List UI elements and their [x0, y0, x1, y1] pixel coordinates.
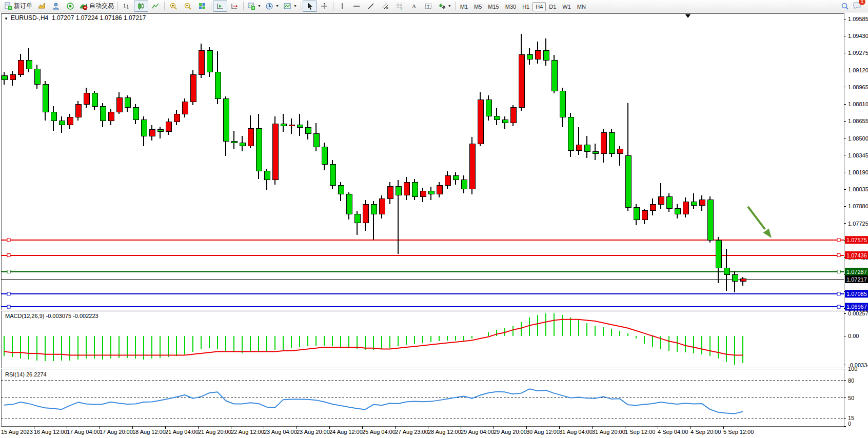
signals-icon: [66, 2, 74, 10]
time-label: 30 Aug 12:00: [526, 429, 560, 435]
rsi-label: RSI(14): [5, 371, 25, 377]
svg-text:1.08810: 1.08810: [848, 101, 868, 107]
time-label: 4 Sep 04:00: [658, 429, 688, 435]
time-label: 23 Aug 20:00: [297, 429, 330, 435]
search-icon[interactable]: [841, 2, 849, 10]
svg-text:A: A: [412, 3, 416, 9]
auto-scroll-button[interactable]: [227, 1, 242, 12]
svg-text:1.09275: 1.09275: [848, 50, 868, 56]
text-label-icon: T: [424, 2, 432, 10]
time-label: 1 Sep 12:00: [625, 429, 655, 435]
line-chart-button[interactable]: [148, 1, 163, 12]
svg-text:1.09430: 1.09430: [848, 33, 868, 39]
svg-text:1.07880: 1.07880: [848, 203, 868, 209]
rsi-value: 26.2274: [26, 371, 47, 377]
timeframe-mn[interactable]: MN: [574, 2, 589, 11]
crosshair-icon: [320, 2, 328, 10]
chevron-down-icon: ▼: [258, 4, 261, 8]
equidistant-channel-icon: E: [381, 2, 389, 10]
time-label: 4 Sep 20:00: [691, 429, 721, 435]
time-axis[interactable]: 15 Aug 202316 Aug 12:0017 Aug 04:0017 Au…: [0, 427, 868, 438]
cursor-button[interactable]: [303, 1, 317, 12]
svg-text:1.07287: 1.07287: [846, 269, 867, 275]
time-label: 17 Aug 04:00: [67, 429, 100, 435]
autotrading-button[interactable]: 自动交易: [77, 1, 116, 12]
svg-text:1.06967: 1.06967: [846, 304, 867, 310]
timeframe-h1[interactable]: H1: [519, 2, 532, 11]
timeframe-w1[interactable]: W1: [559, 2, 574, 11]
timeframe-m5[interactable]: M5: [471, 2, 485, 11]
zoom-in-button[interactable]: [166, 1, 181, 12]
chart-header[interactable]: ▼EURUSD-,H4 1.07207 1.07224 1.07186 1.07…: [4, 14, 146, 22]
crosshair-button[interactable]: [317, 1, 331, 12]
new-order-icon: [4, 2, 12, 10]
toolbar-separator: [243, 2, 244, 10]
time-label: 5 Sep 12:00: [723, 429, 754, 435]
bar-chart-button[interactable]: [120, 1, 134, 12]
profiles-button[interactable]: ▼: [263, 1, 281, 12]
horizontal-line-button[interactable]: [349, 1, 364, 12]
candlestick-chart-icon: [137, 2, 145, 10]
svg-text:1.07725: 1.07725: [848, 221, 868, 227]
new-order-label: 新订单: [14, 2, 32, 10]
new-chart-button[interactable]: ▼: [245, 1, 263, 12]
svg-text:1.07575: 1.07575: [846, 237, 867, 243]
svg-text:0: 0: [848, 421, 851, 427]
tile-windows-button[interactable]: [195, 1, 209, 12]
timeframe-m1[interactable]: M1: [457, 2, 471, 11]
autotrading-label: 自动交易: [89, 2, 114, 10]
auto-scroll-icon: [230, 2, 239, 10]
svg-text:1.08500: 1.08500: [848, 135, 868, 142]
chart-canvas[interactable]: 1.095851.094301.092751.091201.089651.088…: [0, 12, 868, 438]
candlestick-chart-button[interactable]: [134, 1, 148, 12]
mt4-window: 新订单 自动交易 ▼ ▼ ▼ E F A T ▼: [0, 0, 868, 438]
arrows-button[interactable]: ▼: [436, 1, 453, 12]
equidistant-channel-button[interactable]: E: [378, 1, 392, 12]
fibonacci-button[interactable]: F: [392, 1, 407, 12]
macd-values: -0.003075 -0.002223: [46, 313, 98, 319]
timeframe-d1[interactable]: D1: [546, 2, 559, 11]
autotrading-icon: [80, 2, 88, 10]
chevron-down-icon: ▼: [448, 4, 451, 8]
time-label: 29 Aug 04:00: [461, 429, 494, 435]
svg-text:1.07436: 1.07436: [846, 252, 867, 258]
svg-text:1.08345: 1.08345: [848, 152, 868, 158]
vertical-line-icon: [338, 2, 346, 10]
svg-text:100: 100: [848, 366, 857, 372]
timeframe-h4[interactable]: H4: [532, 2, 546, 11]
arrows-icon: [438, 2, 446, 10]
new-order-button[interactable]: 新订单: [2, 1, 34, 12]
time-label: 16 Aug 12:00: [34, 429, 67, 435]
signals-button[interactable]: [63, 1, 77, 12]
toolbar-separator: [333, 2, 333, 10]
zoom-in-icon: [169, 2, 177, 10]
zoom-out-button[interactable]: [181, 1, 195, 12]
market-watch-button[interactable]: [49, 1, 63, 12]
text-button[interactable]: A: [407, 1, 421, 12]
svg-text:E: E: [386, 7, 388, 10]
bar-chart-icon: [123, 2, 131, 10]
notifications-button[interactable]: 1: [853, 1, 862, 11]
macd-label: MACD(12,26,9): [5, 313, 44, 319]
svg-text:F: F: [401, 7, 403, 10]
main-toolbar: 新订单 自动交易 ▼ ▼ ▼ E F A T ▼: [0, 0, 868, 12]
indicators-button[interactable]: ▼: [281, 1, 299, 12]
trendline-icon: [367, 2, 375, 10]
text-label-button[interactable]: T: [421, 1, 436, 12]
vertical-line-button[interactable]: [335, 1, 349, 12]
time-label: 31 Aug 04:00: [559, 429, 593, 435]
profiles-icon: [265, 2, 273, 10]
chart-area: 1.095851.094301.092751.091201.089651.088…: [0, 12, 868, 438]
svg-text:80: 80: [848, 377, 854, 384]
timeframe-m15[interactable]: M15: [485, 2, 502, 11]
timeframe-group: M1M5M15M30H1H4D1W1MN: [457, 2, 589, 11]
svg-text:1.08190: 1.08190: [848, 169, 868, 175]
chart-shift-button[interactable]: [213, 1, 227, 12]
trendline-button[interactable]: [364, 1, 378, 12]
text-icon: A: [410, 2, 418, 10]
chart-window-button[interactable]: [34, 1, 49, 12]
timeframe-m30[interactable]: M30: [502, 2, 519, 11]
time-label: 21 Aug 04:00: [165, 429, 199, 435]
toolbar-separator: [455, 2, 456, 10]
line-chart-icon: [151, 2, 160, 10]
